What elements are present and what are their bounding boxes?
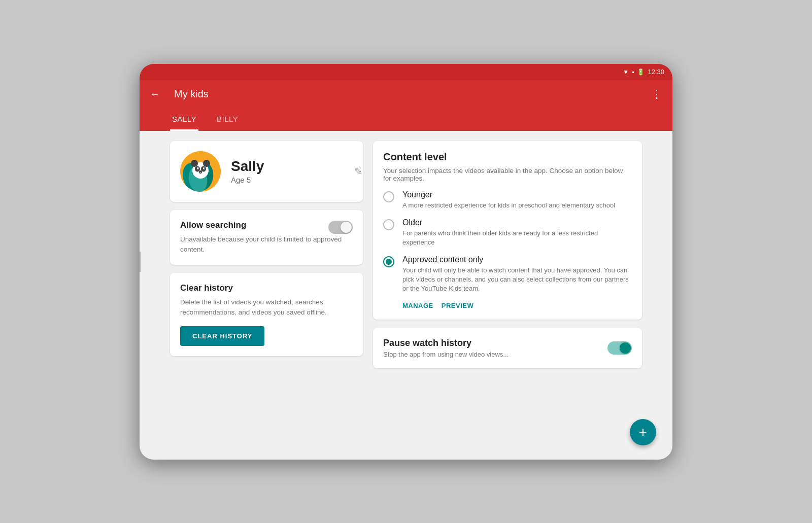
- radio-approved-desc: Your child will only be able to watch co…: [402, 266, 632, 294]
- side-notch: [140, 252, 141, 272]
- svg-point-11: [198, 167, 199, 168]
- profile-age: Age 5: [231, 176, 353, 184]
- pause-history-card: Pause watch history Stop the app from us…: [373, 328, 642, 368]
- approved-actions: MANAGE PREVIEW: [383, 302, 632, 309]
- clear-history-button[interactable]: CLEAR HISTORY: [180, 326, 264, 346]
- toolbar: ← My kids ⋮: [140, 80, 672, 109]
- status-time: 12:30: [648, 68, 664, 76]
- radio-older-label: Older: [402, 218, 632, 227]
- battery-icon: 🔋: [637, 68, 645, 76]
- content-level-desc: Your selection impacts the videos availa…: [383, 167, 632, 182]
- status-bar: ▼ ▪ 🔋 12:30: [140, 64, 672, 80]
- toolbar-left: ← My kids: [148, 86, 209, 102]
- preview-link[interactable]: PREVIEW: [442, 302, 473, 309]
- content-area: Sally Age 5 ✎ Allow searching Unavailabl…: [140, 131, 672, 460]
- tab-billy[interactable]: Billy: [215, 109, 240, 131]
- back-button[interactable]: ←: [148, 86, 162, 102]
- pause-history-title: Pause watch history: [383, 338, 509, 348]
- radio-younger-label: Younger: [402, 190, 615, 199]
- pause-history-toggle[interactable]: [607, 341, 632, 355]
- tablet-frame: ▼ ▪ 🔋 12:30 ← My kids ⋮ Sally Billy: [140, 64, 672, 460]
- pause-history-desc: Stop the app from using new video views.…: [383, 351, 509, 358]
- tabs-bar: Sally Billy: [140, 109, 672, 131]
- svg-point-13: [199, 170, 202, 172]
- left-column: Sally Age 5 ✎ Allow searching Unavailabl…: [170, 141, 363, 449]
- svg-point-5: [191, 160, 198, 167]
- avatar: [180, 151, 221, 192]
- radio-approved[interactable]: [383, 256, 394, 267]
- radio-approved-label: Approved content only: [402, 255, 632, 264]
- radio-younger[interactable]: [383, 191, 394, 202]
- more-button[interactable]: ⋮: [649, 86, 664, 103]
- allow-searching-desc: Unavailable because your child is limite…: [180, 234, 353, 255]
- tab-sally[interactable]: Sally: [170, 109, 198, 131]
- allow-searching-header: Allow searching: [180, 220, 353, 234]
- sim-icon: ▪: [632, 68, 634, 76]
- svg-point-12: [204, 167, 205, 168]
- svg-point-6: [203, 160, 210, 167]
- edit-icon[interactable]: ✎: [354, 165, 363, 178]
- profile-name: Sally: [231, 158, 353, 175]
- radio-younger-desc: A more restricted experience for kids in…: [402, 201, 615, 210]
- radio-option-older: Older For parents who think their older …: [383, 218, 632, 247]
- allow-searching-title: Allow searching: [180, 220, 246, 230]
- radio-older[interactable]: [383, 219, 394, 230]
- profile-card: Sally Age 5 ✎: [170, 141, 363, 202]
- radio-option-younger: Younger A more restricted experience for…: [383, 190, 632, 210]
- allow-searching-toggle[interactable]: [328, 221, 353, 234]
- radio-older-desc: For parents who think their older kids a…: [402, 229, 632, 247]
- toolbar-title: My kids: [174, 88, 209, 100]
- manage-link[interactable]: MANAGE: [402, 302, 433, 309]
- clear-history-title: Clear history: [180, 283, 353, 293]
- right-column: Content level Your selection impacts the…: [373, 141, 642, 449]
- content-level-title: Content level: [383, 151, 632, 163]
- profile-info: Sally Age 5: [231, 158, 353, 184]
- fab-button[interactable]: +: [630, 419, 656, 445]
- content-level-card: Content level Your selection impacts the…: [373, 141, 642, 320]
- status-icons: ▼ ▪ 🔋 12:30: [623, 68, 664, 76]
- clear-history-card: Clear history Delete the list of videos …: [170, 273, 363, 356]
- allow-searching-card: Allow searching Unavailable because your…: [170, 210, 363, 265]
- wifi-icon: ▼: [623, 68, 629, 76]
- radio-option-approved: Approved content only Your child will on…: [383, 255, 632, 294]
- clear-history-desc: Delete the list of videos you watched, s…: [180, 297, 353, 318]
